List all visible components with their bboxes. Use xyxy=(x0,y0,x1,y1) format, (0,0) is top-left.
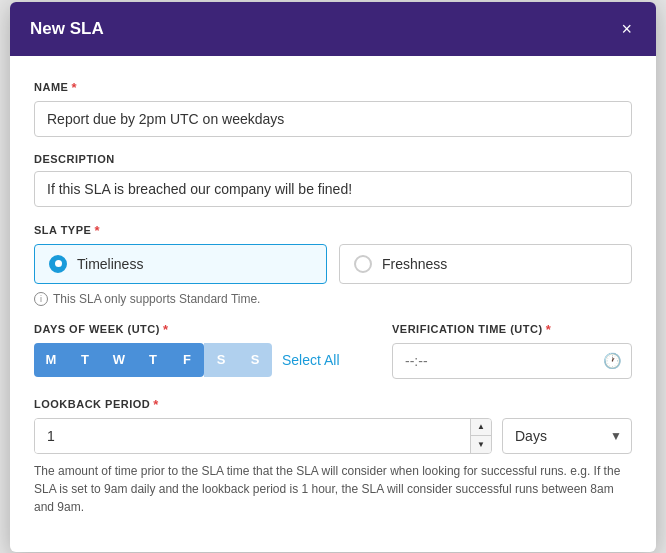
day-sunday[interactable]: S xyxy=(238,343,272,377)
spinner-down-button[interactable]: ▼ xyxy=(471,436,491,453)
name-field-group: NAME * xyxy=(34,80,632,137)
name-input[interactable] xyxy=(34,101,632,137)
freshness-label: Freshness xyxy=(382,256,447,272)
lookback-field-group: LOOKBACK PERIOD * ▲ ▼ Days Hours Minutes xyxy=(34,397,632,516)
day-tuesday[interactable]: T xyxy=(68,343,102,377)
lookback-help-text: The amount of time prior to the SLA time… xyxy=(34,462,632,516)
sla-type-required-star: * xyxy=(94,223,100,238)
lookback-number-input[interactable] xyxy=(35,419,470,453)
close-button[interactable]: × xyxy=(617,18,636,40)
verification-time-col: VERIFICATION TIME (UTC) * 🕐 xyxy=(392,322,632,379)
sla-type-options: Timeliness Freshness xyxy=(34,244,632,284)
days-verification-row: DAYS OF WEEK (UTC) * M T W T F S S Selec… xyxy=(34,322,632,379)
modal-body: NAME * DESCRIPTION SLA TYPE * xyxy=(10,56,656,552)
new-sla-modal: New SLA × NAME * DESCRIPTION SLA TYPE * xyxy=(10,2,656,552)
timeliness-radio-inner xyxy=(55,260,62,267)
lookback-required-star: * xyxy=(153,397,159,412)
days-row: M T W T F S S Select All xyxy=(34,343,372,377)
day-monday[interactable]: M xyxy=(34,343,68,377)
spinner-buttons: ▲ ▼ xyxy=(470,419,491,453)
verification-time-label: VERIFICATION TIME (UTC) * xyxy=(392,322,632,337)
days-col: DAYS OF WEEK (UTC) * M T W T F S S Selec… xyxy=(34,322,372,377)
lookback-unit-select[interactable]: Days Hours Minutes xyxy=(502,418,632,454)
day-friday[interactable]: F xyxy=(170,343,204,377)
sla-type-label: SLA TYPE * xyxy=(34,223,632,238)
select-all-button[interactable]: Select All xyxy=(282,352,340,368)
timeliness-label: Timeliness xyxy=(77,256,143,272)
days-required-star: * xyxy=(163,322,169,337)
info-icon: i xyxy=(34,292,48,306)
modal-title: New SLA xyxy=(30,19,104,39)
sla-type-field-group: SLA TYPE * Timeliness Freshness i This S… xyxy=(34,223,632,306)
day-wednesday[interactable]: W xyxy=(102,343,136,377)
day-saturday[interactable]: S xyxy=(204,343,238,377)
lookback-row: ▲ ▼ Days Hours Minutes ▼ xyxy=(34,418,632,454)
lookback-unit-wrap: Days Hours Minutes ▼ xyxy=(502,418,632,454)
name-label: NAME * xyxy=(34,80,632,95)
lookback-label: LOOKBACK PERIOD * xyxy=(34,397,632,412)
timeliness-radio xyxy=(49,255,67,273)
sla-type-freshness[interactable]: Freshness xyxy=(339,244,632,284)
name-required-star: * xyxy=(71,80,77,95)
lookback-number-wrap: ▲ ▼ xyxy=(34,418,492,454)
verification-time-required-star: * xyxy=(546,322,552,337)
spinner-up-button[interactable]: ▲ xyxy=(471,419,491,437)
freshness-radio xyxy=(354,255,372,273)
description-input[interactable] xyxy=(34,171,632,207)
sla-type-timeliness[interactable]: Timeliness xyxy=(34,244,327,284)
description-field-group: DESCRIPTION xyxy=(34,153,632,207)
time-input-wrapper: 🕐 xyxy=(392,343,632,379)
days-label: DAYS OF WEEK (UTC) * xyxy=(34,322,372,337)
standard-time-note: i This SLA only supports Standard Time. xyxy=(34,292,632,306)
description-label: DESCRIPTION xyxy=(34,153,632,165)
verification-time-input[interactable] xyxy=(392,343,632,379)
modal-header: New SLA × xyxy=(10,2,656,56)
day-thursday[interactable]: T xyxy=(136,343,170,377)
